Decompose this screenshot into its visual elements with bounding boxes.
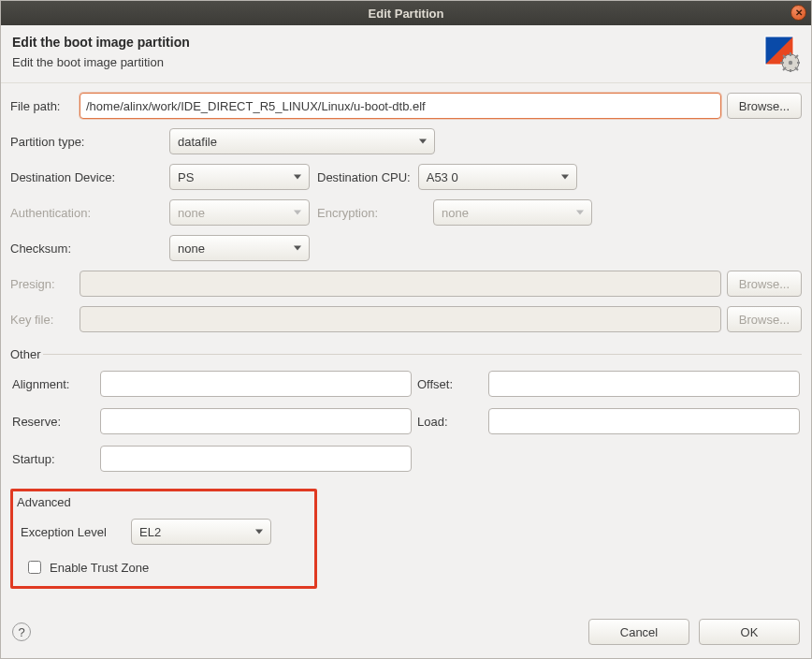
offset-label: Offset: [417,377,483,391]
destination-cpu-label: Destination CPU: [317,170,413,184]
cancel-button[interactable]: Cancel [588,619,689,645]
keyfile-label: Key file: [10,313,74,327]
help-icon[interactable]: ? [12,622,31,641]
file-path-label: File path: [10,99,74,113]
window-title: Edit Partition [369,7,444,21]
chevron-down-icon [576,211,584,215]
edit-partition-dialog: Edit Partition ✕ Edit the boot image par… [0,0,812,659]
destination-device-value: PS [178,170,194,184]
exception-level-value: EL2 [139,525,161,539]
other-legend: Other [10,347,43,361]
startup-input[interactable] [100,446,412,472]
title-bar: Edit Partition ✕ [1,1,811,25]
presign-browse-button: Browse... [727,271,802,297]
partition-type-combo[interactable]: datafile [169,128,435,154]
file-path-input[interactable] [80,93,721,119]
destination-cpu-combo[interactable]: A53 0 [418,164,577,190]
header-title: Edit the boot image partition [12,35,190,50]
exception-level-label: Exception Level [21,525,125,539]
checksum-row: Checksum: none [10,235,802,261]
file-path-browse-button[interactable]: Browse... [727,93,802,119]
reserve-input[interactable] [100,408,412,434]
partition-type-value: datafile [178,135,217,149]
presign-input [80,271,721,297]
partition-type-label: Partition type: [10,135,164,149]
svg-point-4 [789,61,792,65]
keyfile-row: Key file: Browse... [10,306,802,332]
alignment-input[interactable] [100,371,412,397]
header-subtitle: Edit the boot image partition [12,55,190,69]
advanced-group: Advanced Exception Level EL2 Enable Trus… [10,489,317,589]
chevron-down-icon [294,175,301,180]
destination-device-label: Destination Device: [10,170,164,184]
chevron-down-icon [419,139,427,144]
authentication-value: none [178,206,205,220]
other-group: Other Alignment: Offset: Reserve: Load: … [10,347,802,477]
chevron-down-icon [561,175,569,180]
auth-enc-row: Authentication: none Encryption: none [10,199,802,226]
checksum-label: Checksum: [10,242,164,256]
presign-row: Presign: Browse... [10,271,802,297]
close-icon[interactable]: ✕ [790,5,806,21]
partition-type-row: Partition type: datafile [10,128,802,154]
alignment-label: Alignment: [12,377,94,391]
presign-label: Presign: [10,277,74,291]
keyfile-input [80,306,721,332]
dialog-header: Edit the boot image partition Edit the b… [1,25,811,83]
keyfile-browse-button: Browse... [727,306,802,332]
checksum-combo[interactable]: none [169,235,310,261]
exception-level-combo[interactable]: EL2 [131,519,271,545]
startup-label: Startup: [12,452,94,466]
advanced-legend: Advanced [17,495,307,509]
ok-button[interactable]: OK [699,619,800,645]
chevron-down-icon [294,211,301,215]
destination-row: Destination Device: PS Destination CPU: … [10,164,802,190]
encryption-label: Encryption: [317,206,428,220]
file-path-row: File path: Browse... [10,93,802,119]
encryption-value: none [442,206,469,220]
encryption-combo: none [433,199,592,226]
authentication-label: Authentication: [10,206,164,220]
trust-zone-checkbox[interactable] [28,561,41,574]
authentication-combo: none [169,199,310,226]
chevron-down-icon [294,246,301,251]
offset-input[interactable] [488,371,800,397]
load-input[interactable] [488,408,800,434]
chevron-down-icon [255,530,263,535]
destination-cpu-value: A53 0 [427,170,458,184]
partition-icon [762,35,800,75]
load-label: Load: [417,415,483,429]
checksum-value: none [178,242,205,256]
reserve-label: Reserve: [12,415,94,429]
trust-zone-row[interactable]: Enable Trust Zone [24,558,307,577]
trust-zone-label: Enable Trust Zone [50,561,149,575]
dialog-footer: ? Cancel OK [1,609,811,658]
destination-device-combo[interactable]: PS [169,164,310,190]
